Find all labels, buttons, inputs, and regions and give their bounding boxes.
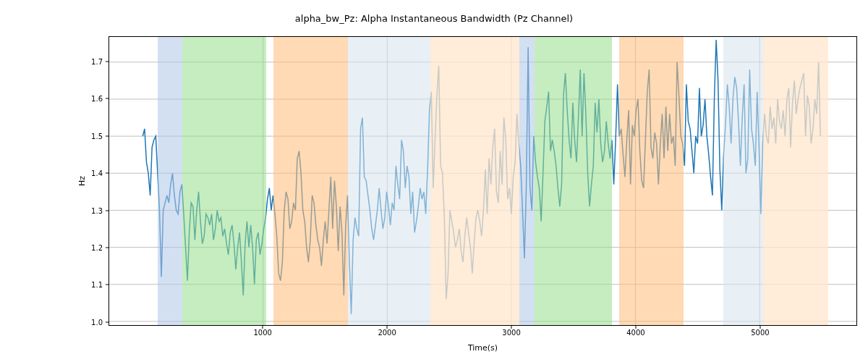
x-tick-label: 5000	[751, 329, 769, 337]
y-tick-label: 1.1	[91, 281, 103, 289]
x-tick-label: 2000	[378, 329, 396, 337]
x-axis-label: Time(s)	[468, 343, 498, 353]
x-tick-label: 4000	[626, 329, 644, 337]
figure: alpha_bw_Pz: Alpha Instantaneous Bandwid…	[0, 0, 868, 362]
x-tick-label: 3000	[502, 329, 520, 337]
plot-area	[109, 36, 857, 326]
segment-band	[182, 37, 265, 325]
segment-band	[519, 37, 535, 325]
segment-band	[430, 37, 520, 325]
y-tick-label: 1.6	[91, 95, 103, 103]
segment-band	[273, 37, 348, 325]
y-tick-label: 1.2	[91, 244, 103, 252]
y-axis-label: Hz	[77, 176, 87, 186]
x-tick-label: 1000	[253, 329, 271, 337]
segment-band	[723, 37, 763, 325]
y-tick-label: 1.7	[91, 57, 103, 65]
y-tick-label: 1.4	[91, 169, 103, 177]
axes: 10002000300040005000 1.01.11.21.31.41.51…	[109, 36, 857, 326]
segment-band	[619, 37, 684, 325]
y-tick-label: 1.5	[91, 132, 103, 140]
segment-band	[348, 37, 430, 325]
segment-band	[763, 37, 827, 325]
chart-title: alpha_bw_Pz: Alpha Instantaneous Bandwid…	[0, 13, 868, 24]
segment-band	[535, 37, 612, 325]
y-tick-label: 1.0	[91, 318, 103, 326]
segment-band	[158, 37, 182, 325]
y-tick-label: 1.3	[91, 206, 103, 214]
